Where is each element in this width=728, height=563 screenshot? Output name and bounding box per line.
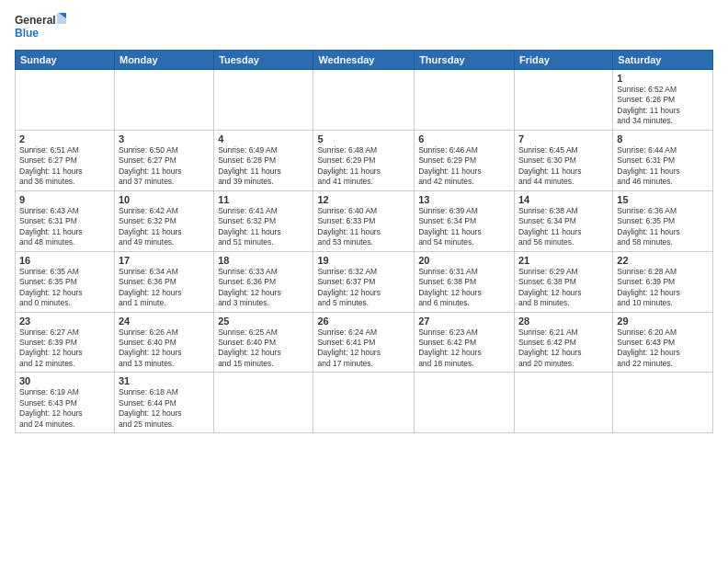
weekday-header-tuesday: Tuesday xyxy=(214,51,313,70)
calendar-cell xyxy=(214,70,313,131)
day-info: Sunrise: 6:49 AM Sunset: 6:28 PM Dayligh… xyxy=(218,145,309,188)
calendar-cell xyxy=(613,373,713,433)
day-number: 4 xyxy=(218,133,309,144)
day-info: Sunrise: 6:48 AM Sunset: 6:29 PM Dayligh… xyxy=(317,145,410,188)
calendar-cell xyxy=(16,70,115,131)
day-number: 12 xyxy=(317,194,410,205)
calendar-cell: 11Sunrise: 6:41 AM Sunset: 6:32 PM Dayli… xyxy=(214,190,313,251)
day-number: 29 xyxy=(617,316,709,327)
calendar-cell: 8Sunrise: 6:44 AM Sunset: 6:31 PM Daylig… xyxy=(613,130,713,190)
day-number: 18 xyxy=(218,255,309,266)
svg-text:Blue: Blue xyxy=(15,27,39,40)
calendar-week-1: 2Sunrise: 6:51 AM Sunset: 6:27 PM Daylig… xyxy=(16,130,713,190)
calendar-cell: 5Sunrise: 6:48 AM Sunset: 6:29 PM Daylig… xyxy=(313,130,415,190)
day-number: 2 xyxy=(19,133,110,144)
day-number: 25 xyxy=(218,316,309,327)
day-info: Sunrise: 6:46 AM Sunset: 6:29 PM Dayligh… xyxy=(418,145,510,188)
calendar-cell xyxy=(214,373,313,433)
day-number: 6 xyxy=(418,133,510,144)
day-number: 28 xyxy=(518,316,609,327)
day-number: 20 xyxy=(418,255,510,266)
day-number: 13 xyxy=(418,194,510,205)
calendar-cell xyxy=(415,373,515,433)
day-info: Sunrise: 6:42 AM Sunset: 6:32 PM Dayligh… xyxy=(119,206,210,248)
calendar: SundayMondayTuesdayWednesdayThursdayFrid… xyxy=(15,50,713,433)
weekday-header-sunday: Sunday xyxy=(16,51,115,70)
day-number: 16 xyxy=(19,255,110,266)
day-number: 1 xyxy=(617,73,709,84)
day-info: Sunrise: 6:25 AM Sunset: 6:40 PM Dayligh… xyxy=(218,327,309,370)
day-info: Sunrise: 6:28 AM Sunset: 6:39 PM Dayligh… xyxy=(617,267,709,309)
logo: General Blue xyxy=(15,11,68,44)
day-info: Sunrise: 6:32 AM Sunset: 6:37 PM Dayligh… xyxy=(317,267,410,309)
logo-svg: General Blue xyxy=(15,11,68,44)
day-number: 22 xyxy=(617,255,709,266)
day-info: Sunrise: 6:19 AM Sunset: 6:43 PM Dayligh… xyxy=(19,387,110,430)
calendar-cell: 7Sunrise: 6:45 AM Sunset: 6:30 PM Daylig… xyxy=(514,130,612,190)
day-info: Sunrise: 6:38 AM Sunset: 6:34 PM Dayligh… xyxy=(518,206,609,248)
day-info: Sunrise: 6:52 AM Sunset: 6:26 PM Dayligh… xyxy=(617,85,709,127)
day-number: 19 xyxy=(317,255,410,266)
calendar-week-3: 16Sunrise: 6:35 AM Sunset: 6:35 PM Dayli… xyxy=(16,251,713,312)
calendar-cell xyxy=(313,70,415,131)
calendar-cell xyxy=(114,70,213,131)
day-number: 8 xyxy=(617,133,709,144)
day-info: Sunrise: 6:39 AM Sunset: 6:34 PM Dayligh… xyxy=(418,206,510,248)
calendar-cell: 24Sunrise: 6:26 AM Sunset: 6:40 PM Dayli… xyxy=(114,312,213,373)
day-number: 11 xyxy=(218,194,309,205)
day-info: Sunrise: 6:35 AM Sunset: 6:35 PM Dayligh… xyxy=(19,267,110,309)
calendar-cell: 26Sunrise: 6:24 AM Sunset: 6:41 PM Dayli… xyxy=(313,312,415,373)
day-info: Sunrise: 6:31 AM Sunset: 6:38 PM Dayligh… xyxy=(418,267,510,309)
calendar-cell: 1Sunrise: 6:52 AM Sunset: 6:26 PM Daylig… xyxy=(613,70,713,131)
day-info: Sunrise: 6:41 AM Sunset: 6:32 PM Dayligh… xyxy=(218,206,309,248)
day-number: 27 xyxy=(418,316,510,327)
calendar-cell: 29Sunrise: 6:20 AM Sunset: 6:43 PM Dayli… xyxy=(613,312,713,373)
calendar-cell: 20Sunrise: 6:31 AM Sunset: 6:38 PM Dayli… xyxy=(415,251,515,312)
day-number: 9 xyxy=(19,194,110,205)
weekday-header-monday: Monday xyxy=(114,51,213,70)
calendar-cell: 3Sunrise: 6:50 AM Sunset: 6:27 PM Daylig… xyxy=(114,130,213,190)
day-info: Sunrise: 6:43 AM Sunset: 6:31 PM Dayligh… xyxy=(19,206,110,248)
calendar-cell: 31Sunrise: 6:18 AM Sunset: 6:44 PM Dayli… xyxy=(114,373,213,433)
day-info: Sunrise: 6:50 AM Sunset: 6:27 PM Dayligh… xyxy=(119,145,210,188)
calendar-week-0: 1Sunrise: 6:52 AM Sunset: 6:26 PM Daylig… xyxy=(16,70,713,131)
calendar-cell: 16Sunrise: 6:35 AM Sunset: 6:35 PM Dayli… xyxy=(16,251,115,312)
day-number: 30 xyxy=(19,375,110,386)
day-info: Sunrise: 6:34 AM Sunset: 6:36 PM Dayligh… xyxy=(119,267,210,309)
calendar-cell: 30Sunrise: 6:19 AM Sunset: 6:43 PM Dayli… xyxy=(16,373,115,433)
day-number: 21 xyxy=(518,255,609,266)
day-info: Sunrise: 6:29 AM Sunset: 6:38 PM Dayligh… xyxy=(518,267,609,309)
calendar-cell: 12Sunrise: 6:40 AM Sunset: 6:33 PM Dayli… xyxy=(313,190,415,251)
day-number: 5 xyxy=(317,133,410,144)
calendar-week-5: 30Sunrise: 6:19 AM Sunset: 6:43 PM Dayli… xyxy=(16,373,713,433)
day-number: 31 xyxy=(119,375,210,386)
calendar-cell: 19Sunrise: 6:32 AM Sunset: 6:37 PM Dayli… xyxy=(313,251,415,312)
day-number: 15 xyxy=(617,194,709,205)
day-number: 10 xyxy=(119,194,210,205)
day-info: Sunrise: 6:20 AM Sunset: 6:43 PM Dayligh… xyxy=(617,327,709,370)
calendar-cell: 6Sunrise: 6:46 AM Sunset: 6:29 PM Daylig… xyxy=(415,130,515,190)
calendar-cell: 27Sunrise: 6:23 AM Sunset: 6:42 PM Dayli… xyxy=(415,312,515,373)
day-info: Sunrise: 6:44 AM Sunset: 6:31 PM Dayligh… xyxy=(617,145,709,188)
calendar-cell: 22Sunrise: 6:28 AM Sunset: 6:39 PM Dayli… xyxy=(613,251,713,312)
calendar-cell: 13Sunrise: 6:39 AM Sunset: 6:34 PM Dayli… xyxy=(415,190,515,251)
calendar-cell xyxy=(415,70,515,131)
calendar-cell: 14Sunrise: 6:38 AM Sunset: 6:34 PM Dayli… xyxy=(514,190,612,251)
calendar-cell xyxy=(514,70,612,131)
day-number: 14 xyxy=(518,194,609,205)
day-number: 23 xyxy=(19,316,110,327)
day-info: Sunrise: 6:26 AM Sunset: 6:40 PM Dayligh… xyxy=(119,327,210,370)
calendar-week-4: 23Sunrise: 6:27 AM Sunset: 6:39 PM Dayli… xyxy=(16,312,713,373)
weekday-header-thursday: Thursday xyxy=(415,51,515,70)
calendar-cell: 10Sunrise: 6:42 AM Sunset: 6:32 PM Dayli… xyxy=(114,190,213,251)
day-number: 24 xyxy=(119,316,210,327)
day-info: Sunrise: 6:51 AM Sunset: 6:27 PM Dayligh… xyxy=(19,145,110,188)
day-number: 3 xyxy=(119,133,210,144)
day-info: Sunrise: 6:24 AM Sunset: 6:41 PM Dayligh… xyxy=(317,327,410,370)
calendar-cell xyxy=(313,373,415,433)
calendar-cell: 21Sunrise: 6:29 AM Sunset: 6:38 PM Dayli… xyxy=(514,251,612,312)
day-info: Sunrise: 6:18 AM Sunset: 6:44 PM Dayligh… xyxy=(119,387,210,430)
day-info: Sunrise: 6:45 AM Sunset: 6:30 PM Dayligh… xyxy=(518,145,609,188)
day-number: 26 xyxy=(317,316,410,327)
day-info: Sunrise: 6:27 AM Sunset: 6:39 PM Dayligh… xyxy=(19,327,110,370)
